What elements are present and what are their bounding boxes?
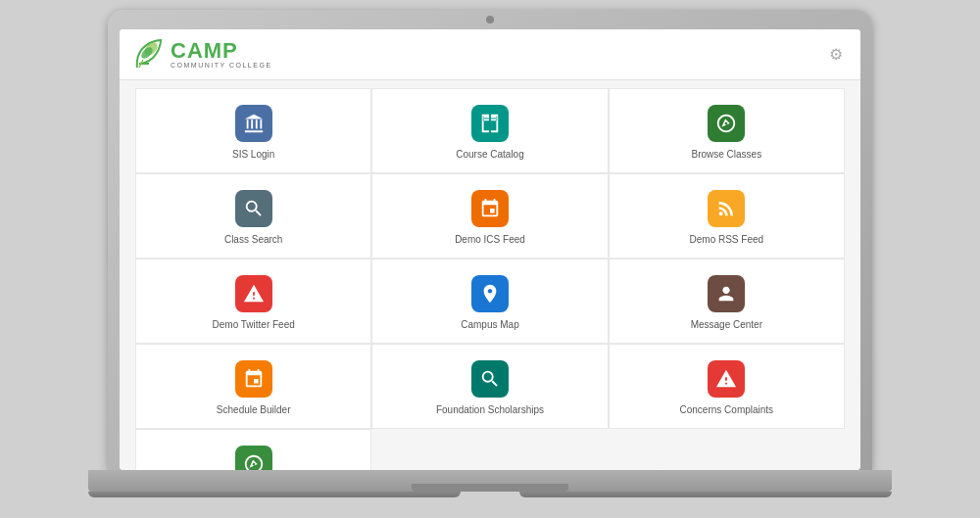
tile-demo-twitter-feed[interactable]: Demo Twitter Feed xyxy=(135,259,371,344)
demo-rss-feed-label: Demo RSS Feed xyxy=(690,233,764,246)
browse-classes-icon xyxy=(708,105,745,142)
logo-area: CAMP COMMUNITY COLLEGE xyxy=(133,36,272,71)
logo-camp-text: CAMP xyxy=(171,40,272,62)
class-search-label: Class Search xyxy=(224,233,282,246)
tiles-grid: SIS LoginCourse CatalogBrowse ClassesCla… xyxy=(120,80,860,470)
foundation-scholarships-icon xyxy=(471,360,509,398)
tile-foundation-scholarships[interactable]: Foundation Scholarships xyxy=(371,344,608,429)
laptop-base xyxy=(88,470,892,492)
demo-ics-feed-icon xyxy=(471,190,509,227)
demo-rss-feed-icon xyxy=(708,190,745,227)
demo-twitter-feed-label: Demo Twitter Feed xyxy=(213,318,295,331)
concerns-complaints-label: Concerns Complaints xyxy=(680,403,774,416)
screen-bezel: CAMP COMMUNITY COLLEGE ⚙ SIS LoginCourse… xyxy=(108,10,872,470)
screen: CAMP COMMUNITY COLLEGE ⚙ SIS LoginCourse… xyxy=(120,29,860,470)
schedule-builder-icon xyxy=(235,360,272,398)
campus-map-icon xyxy=(471,275,509,312)
tile-browse-classes[interactable]: Browse Classes xyxy=(609,88,845,173)
tile-course-catalog[interactable]: Course Catalog xyxy=(371,88,608,173)
tile-demo-rss-feed[interactable]: Demo RSS Feed xyxy=(609,173,845,259)
logo-subtitle-text: COMMUNITY COLLEGE xyxy=(171,62,272,69)
sis-login-label: SIS Login xyxy=(232,148,274,161)
tile-schedule-builder[interactable]: Schedule Builder xyxy=(135,344,371,429)
concerns-complaints-icon xyxy=(708,360,745,398)
course-catalog-icon xyxy=(471,105,509,142)
tile-student-computer-help[interactable]: Student Computer Help xyxy=(135,429,371,470)
message-center-icon xyxy=(708,275,745,312)
settings-button[interactable]: ⚙ xyxy=(825,43,847,65)
tile-concerns-complaints[interactable]: Concerns Complaints xyxy=(609,344,845,429)
app-header: CAMP COMMUNITY COLLEGE ⚙ xyxy=(120,29,860,80)
student-computer-help-icon xyxy=(235,446,272,470)
tile-sis-login[interactable]: SIS Login xyxy=(135,88,371,173)
logo-text: CAMP COMMUNITY COLLEGE xyxy=(171,40,272,69)
foundation-scholarships-label: Foundation Scholarships xyxy=(436,403,544,416)
demo-ics-feed-label: Demo ICS Feed xyxy=(455,233,525,246)
demo-twitter-feed-icon xyxy=(235,275,272,312)
foot-left xyxy=(88,492,461,497)
browse-classes-label: Browse Classes xyxy=(691,148,761,161)
laptop-shell: CAMP COMMUNITY COLLEGE ⚙ SIS LoginCourse… xyxy=(69,10,911,509)
class-search-icon xyxy=(235,190,272,227)
schedule-builder-label: Schedule Builder xyxy=(217,403,291,416)
message-center-label: Message Center xyxy=(691,318,762,331)
course-catalog-label: Course Catalog xyxy=(456,148,523,161)
tile-message-center[interactable]: Message Center xyxy=(609,259,845,344)
tile-demo-ics-feed[interactable]: Demo ICS Feed xyxy=(371,173,608,259)
foot-right xyxy=(519,492,892,497)
sis-login-icon xyxy=(235,105,272,142)
tile-campus-map[interactable]: Campus Map xyxy=(371,259,608,344)
camera xyxy=(486,16,494,24)
campus-map-label: Campus Map xyxy=(461,318,518,331)
logo-icon xyxy=(133,36,165,71)
tile-class-search[interactable]: Class Search xyxy=(135,173,371,259)
